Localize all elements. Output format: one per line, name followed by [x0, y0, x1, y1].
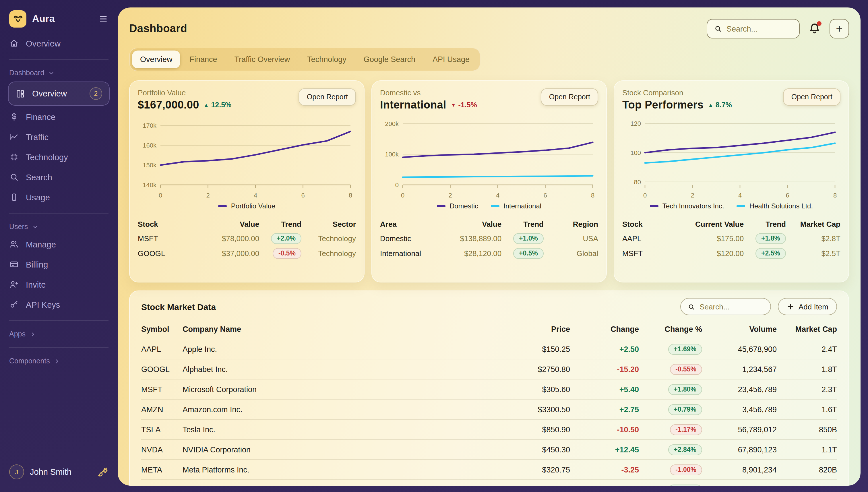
sidebar-item-traffic[interactable]: Traffic [0, 127, 118, 147]
tab-traffic-overview[interactable]: Traffic Overview [226, 51, 298, 68]
cell-volume: 23,456,789 [702, 385, 777, 394]
add-button[interactable]: + [829, 19, 849, 39]
sidebar-item-invite[interactable]: Invite [0, 274, 118, 295]
sidebar-item-technology[interactable]: Technology [0, 147, 118, 167]
stock-table-row: TSLATesla Inc.$850.90-10.50-1.17%56,789,… [141, 420, 837, 440]
legend-item: Portfolio Value [218, 202, 275, 210]
row-trend: +1.0% [501, 233, 544, 244]
paintbrush-icon[interactable] [97, 466, 108, 478]
home-icon [9, 39, 19, 48]
cell-volume: 67,890,123 [702, 445, 777, 454]
search-input[interactable] [726, 24, 792, 33]
svg-text:4: 4 [496, 192, 499, 199]
sidebar-item-label: Manage [26, 240, 56, 249]
open-report-button[interactable]: Open Report [299, 89, 356, 106]
divider [9, 59, 108, 60]
credit-card-icon [9, 260, 19, 269]
add-item-button[interactable]: Add Item [778, 298, 837, 315]
section-components[interactable]: Components [0, 354, 118, 369]
row-value: $120.00 [677, 249, 744, 257]
change-pct-pill: +1.69% [668, 344, 702, 354]
chevron-right-icon [30, 331, 36, 337]
cell-change-pct: +0.79% [639, 404, 702, 415]
cell-change: +2.75 [570, 405, 639, 414]
tab-technology[interactable]: Technology [299, 51, 354, 68]
sidebar-item-label: Finance [26, 112, 55, 121]
card-table: Stock Value Trend Sector MSFT$78,000.00+… [138, 217, 356, 261]
table-search-input[interactable] [699, 302, 764, 311]
svg-text:0: 0 [401, 192, 404, 199]
row-extra: Technology [301, 234, 356, 243]
change-pct-pill: +0.79% [668, 404, 702, 415]
col-header-company: Company Name [182, 325, 315, 334]
stock-table-row: NFLXNetflix Inc.$480.20+9.90+1.89%4,567,… [141, 480, 837, 486]
panel-header: Dashboard + [129, 19, 849, 39]
menu-icon[interactable] [98, 14, 108, 24]
open-report-button[interactable]: Open Report [541, 89, 598, 106]
section-users[interactable]: Users [0, 219, 118, 234]
svg-text:6: 6 [786, 192, 789, 199]
cell-change: -3.25 [570, 465, 639, 474]
legend-swatch [491, 205, 499, 207]
sidebar-item-manage[interactable]: Manage [0, 234, 118, 254]
sidebar-item-api-keys[interactable]: API Keys [0, 295, 118, 315]
table-search[interactable] [680, 298, 771, 315]
trend-pill: +0.5% [513, 248, 544, 259]
row-trend: +0.5% [501, 248, 544, 259]
svg-text:100: 100 [630, 149, 641, 156]
change-pct-pill: +2.84% [668, 444, 702, 455]
col-header: Trend [501, 220, 544, 228]
svg-text:140k: 140k [143, 181, 157, 189]
change-pct-pill: +1.89% [668, 484, 702, 486]
cell-symbol: AMZN [141, 405, 182, 414]
row-trend: +2.5% [744, 248, 786, 259]
legend-swatch [437, 205, 445, 207]
tab-google-search[interactable]: Google Search [356, 51, 423, 68]
users-icon [9, 239, 19, 249]
chevron-down-icon [48, 70, 54, 76]
user-profile[interactable]: J John Smith [0, 459, 118, 485]
svg-text:8: 8 [833, 192, 837, 199]
row-value: $78,000.00 [192, 234, 259, 243]
open-report-button[interactable]: Open Report [783, 89, 840, 106]
cell-company: Netflix Inc. [182, 485, 315, 486]
svg-text:8: 8 [591, 192, 594, 199]
svg-text:6: 6 [543, 192, 547, 199]
col-header: Region [544, 220, 598, 228]
legend-swatch [218, 205, 227, 207]
col-header: Sector [301, 220, 356, 228]
sidebar-item-billing[interactable]: Billing [0, 254, 118, 274]
cell-market-cap: 850B [777, 425, 837, 434]
cell-change-pct: +1.80% [639, 384, 702, 395]
brand: Aura [0, 8, 118, 33]
cell-change-pct: -1.00% [639, 464, 702, 475]
section-label: Apps [9, 330, 26, 338]
notifications-button[interactable] [808, 22, 821, 35]
cell-market-cap: 1.1T [777, 445, 837, 454]
header-search[interactable] [707, 19, 800, 39]
row-trend: +1.8% [744, 233, 786, 244]
main-panel: Dashboard + Overview Finance Traffic Ove… [118, 7, 861, 486]
tab-finance[interactable]: Finance [182, 51, 225, 68]
section-dashboard[interactable]: Dashboard [0, 66, 118, 80]
tab-api-usage[interactable]: API Usage [424, 51, 478, 68]
row-label: MSFT [622, 249, 677, 257]
sidebar-item-search[interactable]: Search [0, 167, 118, 187]
sidebar-item-usage[interactable]: Usage [0, 187, 118, 207]
row-extra: Global [544, 249, 598, 257]
sidebar-item-finance[interactable]: Finance [0, 107, 118, 127]
cell-price: $305.60 [315, 385, 570, 394]
section-apps[interactable]: Apps [0, 327, 118, 342]
col-header-volume: Volume [702, 325, 777, 334]
sidebar-item-overview-top[interactable]: Overview [0, 33, 118, 53]
row-label: MSFT [138, 234, 192, 243]
tab-overview[interactable]: Overview [132, 51, 180, 68]
svg-text:170k: 170k [143, 122, 157, 129]
mini-table-row: AAPL$175.00+1.8%$2.8T [622, 231, 840, 246]
col-header: Stock [138, 220, 192, 228]
svg-text:160k: 160k [143, 142, 157, 149]
col-header: Value [435, 220, 501, 228]
col-header-market-cap: Market Cap [777, 325, 837, 334]
sidebar-item-overview[interactable]: Overview 2 [8, 81, 110, 106]
card-domestic-international: Domestic vs International ▼-1.5% Open Re… [371, 80, 607, 282]
